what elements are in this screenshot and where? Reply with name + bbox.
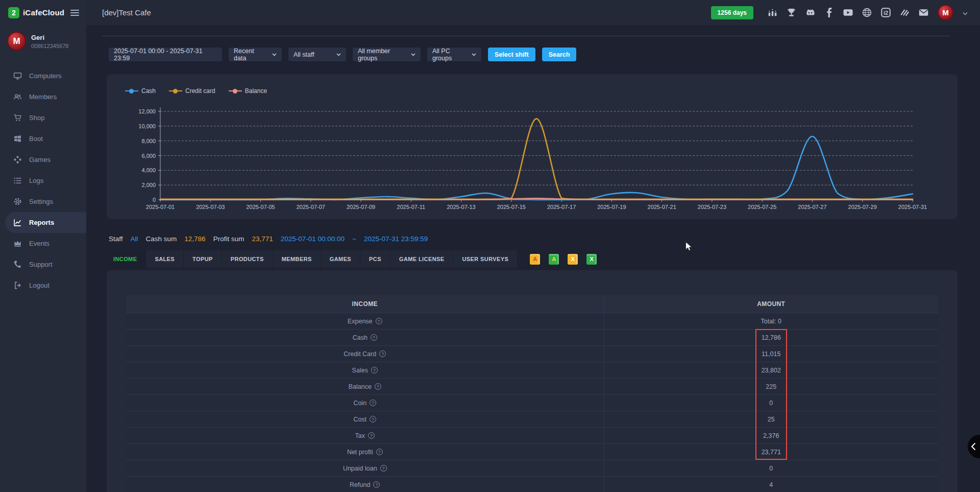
data-source-select[interactable]: Recent data: [229, 48, 282, 61]
help-icon[interactable]: ?: [368, 432, 375, 439]
help-icon[interactable]: ?: [376, 318, 382, 324]
license-days-badge[interactable]: 1256 days: [711, 6, 753, 19]
tab-income[interactable]: INCOME: [105, 250, 146, 268]
chevron-down-icon: [272, 53, 277, 56]
svg-text:2,000: 2,000: [141, 182, 156, 188]
sidebar-item-events[interactable]: Events: [0, 233, 86, 254]
hamburger-menu-icon[interactable]: [70, 10, 79, 16]
help-icon[interactable]: ?: [373, 481, 380, 488]
table-row-balance: Balance?225: [126, 378, 938, 394]
help-icon[interactable]: ?: [380, 465, 387, 472]
help-icon[interactable]: ?: [375, 383, 381, 390]
sidebar-item-games[interactable]: Games: [0, 149, 86, 170]
help-icon[interactable]: ?: [370, 416, 376, 423]
filter-row: 2025-07-01 00:00 - 2025-07-31 23:59 Rece…: [109, 48, 576, 61]
tab-user-surveys[interactable]: USER SURVEYS: [453, 250, 518, 268]
row-label-text: Expense: [348, 318, 373, 325]
settings-icon: [13, 197, 22, 206]
topbar: 2 iCafeCloud [dev]Test Cafe 1256 days i2…: [0, 0, 980, 25]
staff-value: All staff: [293, 51, 314, 58]
row-label-text: Coin: [353, 400, 366, 407]
icafecloud-icon[interactable]: i2: [881, 8, 891, 17]
help-icon[interactable]: ?: [371, 334, 377, 341]
support-icon: [13, 260, 22, 269]
row-label: Cost?: [126, 411, 604, 427]
mail-icon[interactable]: [919, 8, 928, 17]
user-avatar[interactable]: M: [938, 5, 953, 20]
ranking-icon[interactable]: [768, 8, 777, 17]
legend-item-balance[interactable]: Balance: [229, 87, 267, 95]
main-content: 2025-07-01 00:00 - 2025-07-31 23:59 Rece…: [86, 25, 980, 492]
help-icon[interactable]: ?: [371, 367, 378, 373]
svg-text:2025-07-31: 2025-07-31: [898, 204, 927, 210]
globe-icon[interactable]: [862, 8, 872, 17]
table-row-expense: Expense?Total: 0: [126, 313, 938, 329]
select-shift-button[interactable]: Select shift: [488, 48, 535, 61]
tab-games[interactable]: GAMES: [321, 250, 360, 268]
date-range-input[interactable]: 2025-07-01 00:00 - 2025-07-31 23:59: [109, 48, 222, 61]
brand[interactable]: 2 iCafeCloud: [8, 7, 64, 18]
trophy-icon[interactable]: [787, 8, 796, 17]
sidebar-item-boot[interactable]: Boot: [0, 128, 86, 149]
row-amount: 225: [604, 379, 938, 394]
help-icon[interactable]: ?: [379, 350, 386, 357]
svg-text:2025-07-09: 2025-07-09: [347, 204, 375, 210]
tab-pcs[interactable]: PCS: [360, 250, 390, 268]
sidebar-item-reports[interactable]: Reports: [5, 212, 86, 233]
discord-icon[interactable]: [805, 8, 815, 17]
export-excel-green-icon[interactable]: X: [586, 254, 597, 265]
sidebar-item-logout[interactable]: Logout: [0, 275, 86, 296]
export-pdf-yellow-icon[interactable]: A: [530, 254, 540, 265]
partners-icon[interactable]: [900, 8, 910, 17]
sidebar-item-settings[interactable]: Settings: [0, 191, 86, 212]
tab-game-license[interactable]: GAME LICENSE: [390, 250, 454, 268]
svg-text:2025-07-01: 2025-07-01: [146, 204, 175, 210]
pc-groups-select[interactable]: All PC groups: [427, 48, 481, 61]
period-separator: ~: [352, 235, 356, 243]
sidebar-item-support[interactable]: Support: [0, 254, 86, 275]
svg-text:2025-07-29: 2025-07-29: [848, 204, 877, 210]
chevron-down-icon[interactable]: [963, 8, 968, 17]
tab-topup[interactable]: TOPUP: [184, 250, 222, 268]
line-chart[interactable]: 02,0004,0006,0008,00010,00012,0002025-07…: [107, 104, 958, 219]
tab-products[interactable]: PRODUCTS: [222, 250, 273, 268]
members-icon: [13, 92, 22, 101]
sidebar-item-label: Boot: [29, 135, 43, 143]
legend-item-cash[interactable]: Cash: [125, 87, 156, 95]
row-label: Tax?: [126, 428, 604, 443]
tab-members[interactable]: MEMBERS: [273, 250, 321, 268]
table-row-net-profit: Net profit?23,771: [126, 443, 938, 460]
table-row-sales: Sales?23,802: [126, 362, 938, 378]
row-label-text: Cost: [353, 416, 366, 423]
svg-text:2025-07-07: 2025-07-07: [297, 204, 325, 210]
sidebar-item-logs[interactable]: Logs: [0, 170, 86, 191]
income-table: INCOME AMOUNT Expense?Total: 0Cash?12,78…: [126, 295, 938, 492]
staff-value[interactable]: All: [131, 235, 138, 243]
report-tabs: INCOMESALESTOPUPPRODUCTSMEMBERSGAMESPCSG…: [105, 250, 518, 268]
legend-item-credit-card[interactable]: Credit card: [169, 87, 215, 95]
youtube-icon[interactable]: [843, 8, 853, 17]
legend-marker-icon: [229, 89, 242, 93]
help-icon[interactable]: ?: [370, 400, 376, 406]
tab-sales[interactable]: SALES: [146, 250, 184, 268]
export-pdf-green-icon[interactable]: A: [549, 254, 559, 265]
facebook-icon[interactable]: [824, 8, 834, 17]
row-label: Expense?: [126, 313, 604, 329]
export-excel-yellow-icon[interactable]: X: [568, 254, 578, 265]
sidebar-item-computers[interactable]: Computers: [0, 65, 86, 86]
export-icons: AAXX: [530, 254, 597, 265]
member-groups-select[interactable]: All member groups: [353, 48, 421, 61]
app-root: 2 iCafeCloud [dev]Test Cafe 1256 days i2…: [0, 0, 980, 492]
search-button[interactable]: Search: [542, 48, 577, 61]
staff-select[interactable]: All staff: [288, 48, 346, 61]
svg-text:4,000: 4,000: [141, 167, 156, 173]
sidebar-user[interactable]: M Geri 008612345678: [0, 25, 86, 57]
svg-text:2025-07-03: 2025-07-03: [196, 204, 225, 210]
user-phone: 008612345678: [31, 43, 68, 49]
sidebar-item-shop[interactable]: Shop: [0, 107, 86, 128]
sidebar-nav: ComputersMembersShopBootGamesLogsSetting…: [0, 65, 86, 296]
cafe-title: [dev]Test Cafe: [102, 8, 151, 17]
sidebar-item-members[interactable]: Members: [0, 86, 86, 107]
help-icon[interactable]: ?: [376, 449, 383, 455]
tabs-row: INCOMESALESTOPUPPRODUCTSMEMBERSGAMESPCSG…: [105, 250, 597, 268]
